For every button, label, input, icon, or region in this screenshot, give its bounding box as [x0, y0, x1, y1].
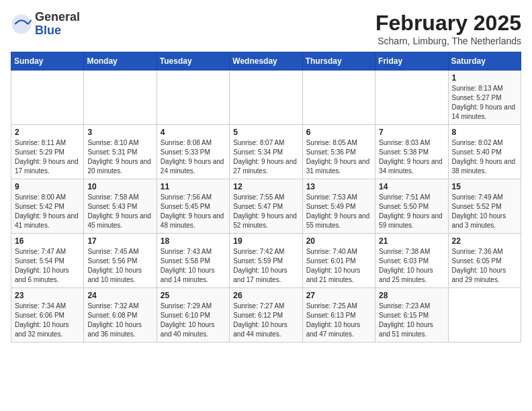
day-cell: 2Sunrise: 8:11 AM Sunset: 5:29 PM Daylig…: [11, 125, 84, 179]
day-number: 10: [87, 182, 152, 191]
header: General Blue February 2025 Scharn, Limbu…: [11, 11, 521, 46]
day-number: 26: [233, 291, 298, 300]
logo: General Blue: [11, 11, 80, 38]
day-info: Sunrise: 8:00 AM Sunset: 5:42 PM Dayligh…: [15, 193, 80, 230]
weekday-header-row: SundayMondayTuesdayWednesdayThursdayFrid…: [11, 52, 521, 71]
day-number: 2: [15, 128, 80, 137]
day-number: 13: [306, 182, 371, 191]
day-cell: [157, 71, 229, 125]
day-number: 23: [15, 291, 80, 300]
day-cell: 13Sunrise: 7:53 AM Sunset: 5:49 PM Dayli…: [302, 179, 375, 234]
day-info: Sunrise: 7:23 AM Sunset: 6:15 PM Dayligh…: [379, 302, 444, 339]
day-cell: 28Sunrise: 7:23 AM Sunset: 6:15 PM Dayli…: [375, 288, 448, 342]
day-cell: 8Sunrise: 8:02 AM Sunset: 5:40 PM Daylig…: [448, 125, 521, 179]
day-info: Sunrise: 7:25 AM Sunset: 6:13 PM Dayligh…: [306, 302, 371, 339]
day-info: Sunrise: 7:32 AM Sunset: 6:08 PM Dayligh…: [87, 302, 152, 339]
logo-general-text: General: [35, 10, 80, 24]
title-area: February 2025 Scharn, Limburg, The Nethe…: [375, 11, 521, 46]
day-cell: 14Sunrise: 7:51 AM Sunset: 5:50 PM Dayli…: [375, 179, 448, 234]
day-info: Sunrise: 7:58 AM Sunset: 5:43 PM Dayligh…: [87, 193, 152, 230]
logo-blue-text: Blue: [35, 24, 61, 37]
week-row-0: 1Sunrise: 8:13 AM Sunset: 5:27 PM Daylig…: [11, 71, 521, 125]
day-number: 9: [15, 182, 80, 191]
day-cell: [84, 71, 157, 125]
day-cell: 6Sunrise: 8:05 AM Sunset: 5:36 PM Daylig…: [302, 125, 375, 179]
calendar-table: SundayMondayTuesdayWednesdayThursdayFrid…: [11, 52, 521, 342]
day-number: 19: [233, 236, 298, 246]
day-info: Sunrise: 7:56 AM Sunset: 5:45 PM Dayligh…: [161, 193, 226, 230]
calendar-subtitle: Scharn, Limburg, The Netherlands: [375, 36, 521, 46]
weekday-header-saturday: Saturday: [448, 52, 521, 71]
day-info: Sunrise: 8:07 AM Sunset: 5:34 PM Dayligh…: [233, 138, 298, 176]
day-number: 21: [379, 236, 444, 246]
day-cell: 10Sunrise: 7:58 AM Sunset: 5:43 PM Dayli…: [84, 179, 157, 234]
day-number: 27: [306, 291, 371, 300]
day-cell: 18Sunrise: 7:43 AM Sunset: 5:58 PM Dayli…: [157, 234, 229, 288]
day-number: 5: [233, 128, 298, 137]
day-cell: 25Sunrise: 7:29 AM Sunset: 6:10 PM Dayli…: [157, 288, 229, 342]
day-cell: 4Sunrise: 8:08 AM Sunset: 5:33 PM Daylig…: [157, 125, 229, 179]
day-info: Sunrise: 8:13 AM Sunset: 5:27 PM Dayligh…: [452, 84, 517, 122]
calendar-title: February 2025: [375, 11, 521, 36]
weekday-header-wednesday: Wednesday: [230, 52, 302, 71]
day-info: Sunrise: 8:11 AM Sunset: 5:29 PM Dayligh…: [15, 138, 80, 176]
day-number: 22: [452, 236, 517, 246]
week-row-4: 23Sunrise: 7:34 AM Sunset: 6:06 PM Dayli…: [11, 288, 521, 342]
day-cell: 19Sunrise: 7:42 AM Sunset: 5:59 PM Dayli…: [230, 234, 302, 288]
day-cell: 5Sunrise: 8:07 AM Sunset: 5:34 PM Daylig…: [230, 125, 302, 179]
day-number: 6: [306, 128, 371, 137]
day-cell: 12Sunrise: 7:55 AM Sunset: 5:47 PM Dayli…: [230, 179, 302, 234]
weekday-header-thursday: Thursday: [302, 52, 375, 71]
day-number: 14: [379, 182, 444, 191]
day-info: Sunrise: 7:29 AM Sunset: 6:10 PM Dayligh…: [161, 302, 226, 339]
day-info: Sunrise: 7:51 AM Sunset: 5:50 PM Dayligh…: [379, 193, 444, 230]
day-info: Sunrise: 7:36 AM Sunset: 6:05 PM Dayligh…: [452, 247, 517, 285]
day-cell: 16Sunrise: 7:47 AM Sunset: 5:54 PM Dayli…: [11, 234, 84, 288]
week-row-3: 16Sunrise: 7:47 AM Sunset: 5:54 PM Dayli…: [11, 234, 521, 288]
day-number: 15: [452, 182, 517, 191]
day-number: 3: [87, 128, 152, 137]
day-cell: 17Sunrise: 7:45 AM Sunset: 5:56 PM Dayli…: [84, 234, 157, 288]
day-number: 16: [15, 236, 80, 246]
day-number: 8: [452, 128, 517, 137]
day-info: Sunrise: 7:27 AM Sunset: 6:12 PM Dayligh…: [233, 302, 298, 339]
day-cell: 9Sunrise: 8:00 AM Sunset: 5:42 PM Daylig…: [11, 179, 84, 234]
day-cell: 15Sunrise: 7:49 AM Sunset: 5:52 PM Dayli…: [448, 179, 521, 234]
day-cell: 21Sunrise: 7:38 AM Sunset: 6:03 PM Dayli…: [375, 234, 448, 288]
day-info: Sunrise: 7:49 AM Sunset: 5:52 PM Dayligh…: [452, 193, 517, 230]
day-info: Sunrise: 8:05 AM Sunset: 5:36 PM Dayligh…: [306, 138, 371, 176]
day-cell: 7Sunrise: 8:03 AM Sunset: 5:38 PM Daylig…: [375, 125, 448, 179]
day-info: Sunrise: 7:40 AM Sunset: 6:01 PM Dayligh…: [306, 247, 371, 285]
day-number: 7: [379, 128, 444, 137]
day-info: Sunrise: 7:34 AM Sunset: 6:06 PM Dayligh…: [15, 302, 80, 339]
day-number: 24: [87, 291, 152, 300]
day-info: Sunrise: 8:02 AM Sunset: 5:40 PM Dayligh…: [452, 138, 517, 176]
day-cell: 27Sunrise: 7:25 AM Sunset: 6:13 PM Dayli…: [302, 288, 375, 342]
day-number: 12: [233, 182, 298, 191]
day-info: Sunrise: 7:45 AM Sunset: 5:56 PM Dayligh…: [87, 247, 152, 285]
week-row-1: 2Sunrise: 8:11 AM Sunset: 5:29 PM Daylig…: [11, 125, 521, 179]
day-info: Sunrise: 8:10 AM Sunset: 5:31 PM Dayligh…: [87, 138, 152, 176]
day-cell: 24Sunrise: 7:32 AM Sunset: 6:08 PM Dayli…: [84, 288, 157, 342]
day-info: Sunrise: 7:43 AM Sunset: 5:58 PM Dayligh…: [161, 247, 226, 285]
logo-icon: [11, 13, 32, 35]
day-number: 20: [306, 236, 371, 246]
day-info: Sunrise: 7:42 AM Sunset: 5:59 PM Dayligh…: [233, 247, 298, 285]
day-cell: 20Sunrise: 7:40 AM Sunset: 6:01 PM Dayli…: [302, 234, 375, 288]
day-cell: [302, 71, 375, 125]
day-number: 4: [161, 128, 226, 137]
week-row-2: 9Sunrise: 8:00 AM Sunset: 5:42 PM Daylig…: [11, 179, 521, 234]
day-info: Sunrise: 7:55 AM Sunset: 5:47 PM Dayligh…: [233, 193, 298, 230]
day-info: Sunrise: 7:47 AM Sunset: 5:54 PM Dayligh…: [15, 247, 80, 285]
weekday-header-monday: Monday: [84, 52, 157, 71]
day-number: 28: [379, 291, 444, 300]
weekday-header-tuesday: Tuesday: [157, 52, 229, 71]
day-cell: 3Sunrise: 8:10 AM Sunset: 5:31 PM Daylig…: [84, 125, 157, 179]
day-info: Sunrise: 8:03 AM Sunset: 5:38 PM Dayligh…: [379, 138, 444, 176]
day-cell: 26Sunrise: 7:27 AM Sunset: 6:12 PM Dayli…: [230, 288, 302, 342]
day-info: Sunrise: 7:53 AM Sunset: 5:49 PM Dayligh…: [306, 193, 371, 230]
day-info: Sunrise: 8:08 AM Sunset: 5:33 PM Dayligh…: [161, 138, 226, 176]
day-cell: [375, 71, 448, 125]
day-number: 1: [452, 73, 517, 83]
day-cell: [448, 288, 521, 342]
